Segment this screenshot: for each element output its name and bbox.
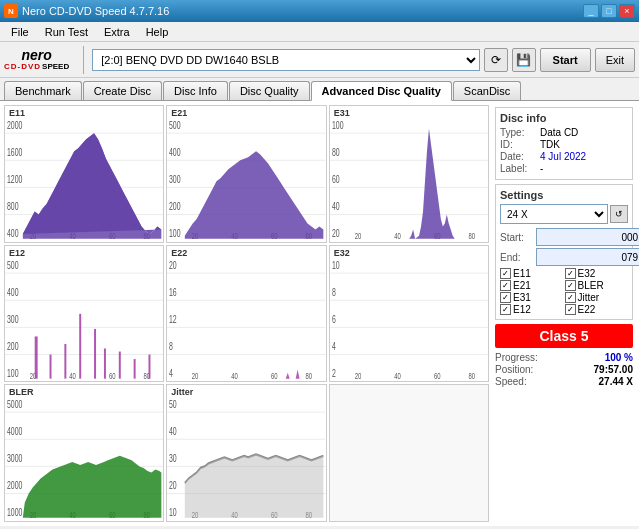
svg-text:2000: 2000	[7, 119, 22, 131]
svg-rect-67	[148, 354, 150, 378]
cb-row-e12[interactable]: E12	[500, 304, 564, 315]
checkbox-jitter[interactable]	[565, 292, 576, 303]
chart-bler-label: BLER	[9, 387, 34, 397]
disc-label-key: Label:	[500, 163, 536, 174]
svg-rect-30	[330, 106, 488, 242]
tab-scandisc[interactable]: ScanDisc	[453, 81, 521, 100]
start-time-input[interactable]	[536, 228, 639, 246]
disc-info-box: Disc info Type: Data CD ID: TDK Date: 4 …	[495, 107, 633, 180]
speed-select[interactable]: 24 X	[500, 204, 608, 224]
checkbox-e32[interactable]	[565, 268, 576, 279]
svg-text:20: 20	[354, 370, 361, 381]
drive-select[interactable]: [2:0] BENQ DVD DD DW1640 BSLB	[92, 49, 479, 71]
svg-text:100: 100	[332, 119, 344, 131]
chart-e31-label: E31	[334, 108, 350, 118]
reset-speed-button[interactable]: ↺	[610, 205, 628, 223]
chart-e21-label: E21	[171, 108, 187, 118]
refresh-button[interactable]: ⟳	[484, 48, 508, 72]
disc-type-row: Type: Data CD	[500, 127, 628, 138]
close-button[interactable]: ×	[619, 4, 635, 18]
minimize-button[interactable]: _	[583, 4, 599, 18]
svg-rect-59	[35, 336, 38, 378]
disc-id-val: TDK	[540, 139, 560, 150]
disc-date-val: 4 Jul 2022	[540, 151, 586, 162]
chart-e22: E22 20 16 12 8 4 20 40 60 80	[166, 245, 326, 383]
exit-button[interactable]: Exit	[595, 48, 635, 72]
cb-row-e22[interactable]: E22	[565, 304, 629, 315]
svg-text:10: 10	[169, 507, 177, 519]
chart-e11-label: E11	[9, 108, 25, 118]
cb-row-e32[interactable]: E32	[565, 268, 629, 279]
cb-row-jitter[interactable]: Jitter	[565, 292, 629, 303]
start-button[interactable]: Start	[540, 48, 591, 72]
svg-text:80: 80	[468, 230, 475, 241]
save-button[interactable]: 💾	[512, 48, 536, 72]
charts-area: E11 2000 1600 1200 800 400 20 40 60 80	[4, 105, 489, 522]
checkbox-e22-label: E22	[578, 304, 596, 315]
svg-text:400: 400	[7, 228, 19, 240]
checkbox-e32-label: E32	[578, 268, 596, 279]
menu-run-test[interactable]: Run Test	[38, 23, 95, 41]
position-label: Position:	[495, 364, 533, 375]
tab-benchmark[interactable]: Benchmark	[4, 81, 82, 100]
toolbar-divider	[83, 46, 84, 74]
end-time-row: End:	[500, 248, 628, 266]
svg-text:40: 40	[169, 426, 177, 438]
logo-sub-text: CD-DVD	[4, 62, 41, 71]
logo-nero-text: nero	[21, 48, 51, 62]
svg-text:30: 30	[169, 453, 177, 465]
checkbox-e12[interactable]	[500, 304, 511, 315]
maximize-button[interactable]: □	[601, 4, 617, 18]
checkbox-bler[interactable]	[565, 280, 576, 291]
cb-row-e31[interactable]: E31	[500, 292, 564, 303]
checkbox-e11[interactable]	[500, 268, 511, 279]
window-title: Nero CD-DVD Speed 4.7.7.16	[22, 5, 169, 17]
svg-text:40: 40	[394, 230, 401, 241]
menu-file[interactable]: File	[4, 23, 36, 41]
chart-jitter-label: Jitter	[171, 387, 193, 397]
chart-e21-svg: 500 400 300 200 100 20 40 60 80	[167, 106, 325, 242]
disc-type-key: Type:	[500, 127, 536, 138]
svg-text:200: 200	[7, 340, 19, 352]
tab-disc-quality[interactable]: Disc Quality	[229, 81, 310, 100]
svg-text:8: 8	[169, 340, 173, 352]
position-row: Position: 79:57.00	[495, 364, 633, 375]
speed-row-prog: Speed: 27.44 X	[495, 376, 633, 387]
svg-text:60: 60	[109, 370, 116, 381]
tab-advanced-disc-quality[interactable]: Advanced Disc Quality	[311, 81, 452, 101]
svg-text:80: 80	[306, 370, 313, 381]
checkbox-e31[interactable]	[500, 292, 511, 303]
svg-text:400: 400	[169, 146, 181, 158]
main-content: E11 2000 1600 1200 800 400 20 40 60 80	[0, 101, 639, 526]
start-time-row: Start:	[500, 228, 628, 246]
svg-rect-61	[64, 344, 66, 379]
menu-extra[interactable]: Extra	[97, 23, 137, 41]
end-time-input[interactable]	[536, 248, 639, 266]
checkbox-e21[interactable]	[500, 280, 511, 291]
menu-help[interactable]: Help	[139, 23, 176, 41]
svg-text:1600: 1600	[7, 146, 22, 158]
svg-text:60: 60	[332, 173, 340, 185]
svg-text:40: 40	[394, 370, 401, 381]
cb-row-bler[interactable]: BLER	[565, 280, 629, 291]
tab-create-disc[interactable]: Create Disc	[83, 81, 162, 100]
chart-jitter: Jitter 50 40 30 20 10 20 40 60 80	[166, 384, 326, 522]
disc-label-val: -	[540, 163, 543, 174]
svg-text:40: 40	[232, 370, 239, 381]
cb-row-e11[interactable]: E11	[500, 268, 564, 279]
chart-empty	[329, 384, 489, 522]
svg-text:2000: 2000	[7, 480, 22, 492]
window-controls[interactable]: _ □ ×	[583, 4, 635, 18]
checkbox-e22[interactable]	[565, 304, 576, 315]
app-icon: N	[4, 4, 18, 18]
chart-e31: E31 100 80 60 40 20 20 40 60 80	[329, 105, 489, 243]
chart-e11-svg: 2000 1600 1200 800 400 20 40 60 80	[5, 106, 163, 242]
tab-disc-info[interactable]: Disc Info	[163, 81, 228, 100]
chart-e12: E12 500 400 300 200 100 20 40 60 80	[4, 245, 164, 383]
chart-e21: E21 500 400 300 200 100 20 40 60 80	[166, 105, 326, 243]
svg-text:8: 8	[332, 286, 336, 298]
svg-text:300: 300	[7, 313, 19, 325]
svg-text:100: 100	[169, 228, 181, 240]
menu-bar: File Run Test Extra Help	[0, 22, 639, 42]
cb-row-e21[interactable]: E21	[500, 280, 564, 291]
